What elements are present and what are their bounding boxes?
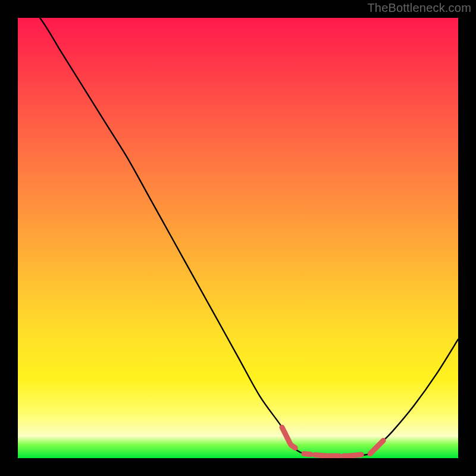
chart-frame: TheBottleneck.com — [0, 0, 476, 476]
marker-dash — [370, 440, 383, 453]
marker-dash — [304, 454, 311, 455]
marker-group — [282, 427, 383, 456]
marker-dash — [282, 427, 295, 448]
marker-dash — [344, 455, 362, 456]
bottleneck-curve — [18, 18, 458, 456]
attribution-label: TheBottleneck.com — [367, 1, 471, 15]
marker-dash — [315, 455, 340, 456]
curve-svg — [18, 18, 458, 458]
plot-area — [18, 18, 458, 458]
